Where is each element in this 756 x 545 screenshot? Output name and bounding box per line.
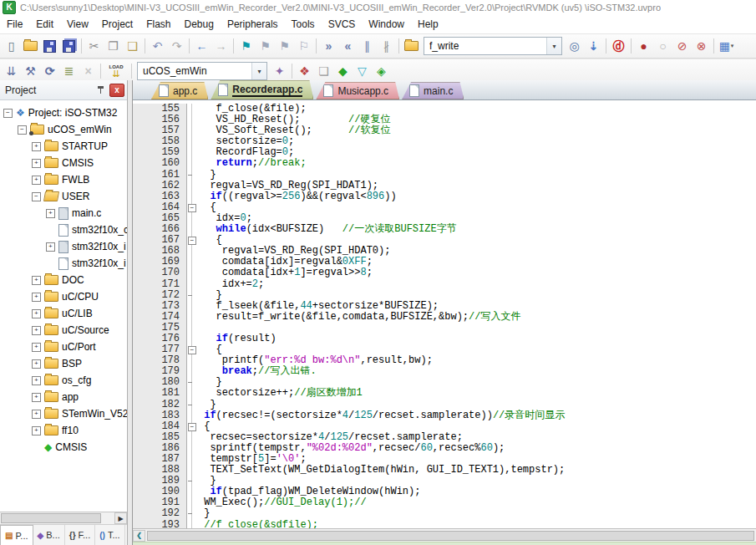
- navigate-forward-button[interactable]: →: [211, 37, 231, 55]
- uncomment-button[interactable]: ∦: [377, 37, 396, 55]
- tree-scroll-right-button[interactable]: ▶: [114, 512, 127, 524]
- collapse-icon[interactable]: −: [18, 125, 27, 135]
- tree-item-uc-source[interactable]: +uC/Source: [0, 322, 127, 339]
- menu-flash[interactable]: Flash: [140, 16, 177, 33]
- menu-debug[interactable]: Debug: [178, 16, 221, 33]
- save-button[interactable]: [40, 37, 59, 55]
- copy-button[interactable]: ❐: [104, 37, 123, 55]
- expand-icon[interactable]: +: [32, 142, 41, 151]
- expand-icon[interactable]: +: [32, 359, 41, 369]
- fold-margin[interactable]: [187, 465, 198, 476]
- tree-item-ucos_emwin[interactable]: −uCOS_emWin: [0, 121, 127, 138]
- fold-margin[interactable]: −: [187, 344, 198, 355]
- collapse-icon[interactable]: −: [3, 109, 13, 118]
- find-button[interactable]: ◎: [565, 37, 584, 55]
- code-line[interactable]: 160 return;//break;: [133, 158, 756, 169]
- menu-edit[interactable]: Edit: [29, 16, 60, 33]
- menu-window[interactable]: Window: [362, 16, 411, 33]
- fold-margin[interactable]: [187, 147, 198, 158]
- menu-view[interactable]: View: [60, 16, 95, 33]
- panel-tab-f[interactable]: {}F...: [65, 525, 95, 545]
- code-line[interactable]: 183 if(recsec!=(sectorsize*4/125/recset.…: [133, 410, 756, 421]
- fold-margin[interactable]: [187, 279, 198, 290]
- expand-icon[interactable]: +: [32, 159, 41, 168]
- build-button[interactable]: ⚒: [21, 62, 40, 80]
- fold-margin[interactable]: [187, 290, 198, 301]
- tree-item-stm32f10x_c[interactable]: stm32f10x_c: [0, 222, 127, 238]
- fold-margin[interactable]: [187, 400, 198, 410]
- code-line[interactable]: 176 if(result): [133, 334, 756, 344]
- target-options-button[interactable]: ✦: [270, 62, 289, 80]
- tree-item-app[interactable]: +app: [0, 389, 127, 405]
- find-in-files-button[interactable]: [402, 37, 421, 55]
- fold-margin[interactable]: [187, 443, 198, 454]
- fold-margin[interactable]: [187, 476, 198, 486]
- code-line[interactable]: 181 sectorsize++;//扇区数增加1: [133, 388, 756, 399]
- tree-item-fwlb[interactable]: +FWLB: [0, 171, 127, 188]
- cut-button[interactable]: ✂: [84, 37, 104, 55]
- code-editor[interactable]: 155 f_close(&file);156 VS_HD_Reset(); //…: [133, 100, 756, 528]
- tree-item-cmsis[interactable]: +CMSIS: [0, 155, 127, 171]
- menu-svcs[interactable]: SVCS: [322, 16, 363, 33]
- batch-build-button[interactable]: ≣: [59, 62, 79, 80]
- expand-icon[interactable]: +: [32, 293, 41, 302]
- tree-item-stm32f10x_i[interactable]: stm32f10x_i: [0, 255, 127, 272]
- search-combobox[interactable]: f_write▾: [424, 37, 562, 55]
- clear-bookmarks-button[interactable]: ⚐: [294, 37, 313, 55]
- expand-icon[interactable]: +: [32, 343, 41, 352]
- navigate-back-button[interactable]: ←: [192, 37, 211, 55]
- panel-tab-t[interactable]: ()T...: [95, 525, 124, 545]
- fold-margin[interactable]: −: [187, 235, 198, 246]
- tree-item-main-c[interactable]: +main.c: [0, 205, 127, 222]
- open-file-button[interactable]: [21, 37, 40, 55]
- editor-horizontal-scrollbar[interactable]: ❮: [133, 528, 756, 542]
- fold-collapse-icon[interactable]: −: [188, 423, 196, 431]
- manage-components-button[interactable]: ❖: [295, 62, 314, 80]
- redo-button[interactable]: ↷: [167, 37, 186, 55]
- fold-margin[interactable]: [187, 181, 198, 191]
- indent-button[interactable]: »: [319, 37, 338, 55]
- fold-margin[interactable]: [187, 432, 198, 443]
- next-bookmark-button[interactable]: ⚑: [256, 37, 275, 55]
- expand-icon[interactable]: +: [32, 176, 41, 185]
- chevron-down-icon[interactable]: ▾: [546, 38, 561, 54]
- fold-margin[interactable]: [187, 158, 198, 169]
- undo-button[interactable]: ↶: [148, 37, 167, 55]
- code-line[interactable]: 188 TEXT_SetText(WM_GetDialogItem(hWin, …: [133, 465, 756, 476]
- code-line[interactable]: 193 //f_close(&sdfile);: [133, 520, 756, 528]
- incremental-find-button[interactable]: ⇣: [584, 37, 603, 55]
- tree-item-stm32f10x_i[interactable]: +stm32f10x_i: [0, 238, 127, 255]
- expand-icon[interactable]: +: [32, 309, 41, 318]
- tree-item-project-iso-stm32[interactable]: −❖Project: iSO-STM32: [0, 104, 127, 121]
- new-file-button[interactable]: ▯: [2, 37, 21, 55]
- rebuild-button[interactable]: ⟳: [40, 62, 59, 80]
- expand-icon[interactable]: +: [32, 376, 41, 385]
- expand-icon[interactable]: +: [32, 276, 41, 285]
- window-layout-button[interactable]: ▦▾: [717, 37, 736, 55]
- expand-icon[interactable]: +: [46, 242, 55, 252]
- expand-icon[interactable]: +: [46, 209, 55, 218]
- code-line[interactable]: 179 break;//写入出错.: [133, 366, 756, 377]
- fold-margin[interactable]: [187, 486, 198, 497]
- tab-musicapp-c[interactable]: Musicapp.c: [316, 82, 399, 99]
- fold-margin[interactable]: [187, 246, 198, 257]
- tree-item-ff10[interactable]: +ff10: [0, 422, 127, 439]
- fold-margin[interactable]: [187, 410, 198, 421]
- fold-margin[interactable]: [187, 213, 198, 224]
- paste-button[interactable]: ❑: [123, 37, 142, 55]
- fold-margin[interactable]: [187, 136, 198, 147]
- fold-margin[interactable]: [187, 267, 198, 278]
- pack-installer-button[interactable]: ◆: [333, 62, 353, 80]
- close-panel-button[interactable]: x: [109, 84, 124, 97]
- manage-rte-button[interactable]: ◈: [372, 62, 391, 80]
- fold-margin[interactable]: −: [187, 421, 198, 432]
- save-all-button[interactable]: [59, 37, 79, 55]
- tab-recorderapp-c[interactable]: Recorderapp.c: [211, 80, 313, 99]
- pin-icon[interactable]: [96, 85, 105, 94]
- prev-bookmark-button[interactable]: ⚑: [275, 37, 294, 55]
- menu-peripherals[interactable]: Peripherals: [221, 16, 285, 33]
- tree-item-uc-cpu[interactable]: +uC/CPU: [0, 288, 127, 305]
- tree-scrollbar-thumb[interactable]: [1, 513, 101, 523]
- expand-icon[interactable]: +: [32, 426, 41, 435]
- fold-margin[interactable]: [187, 508, 198, 519]
